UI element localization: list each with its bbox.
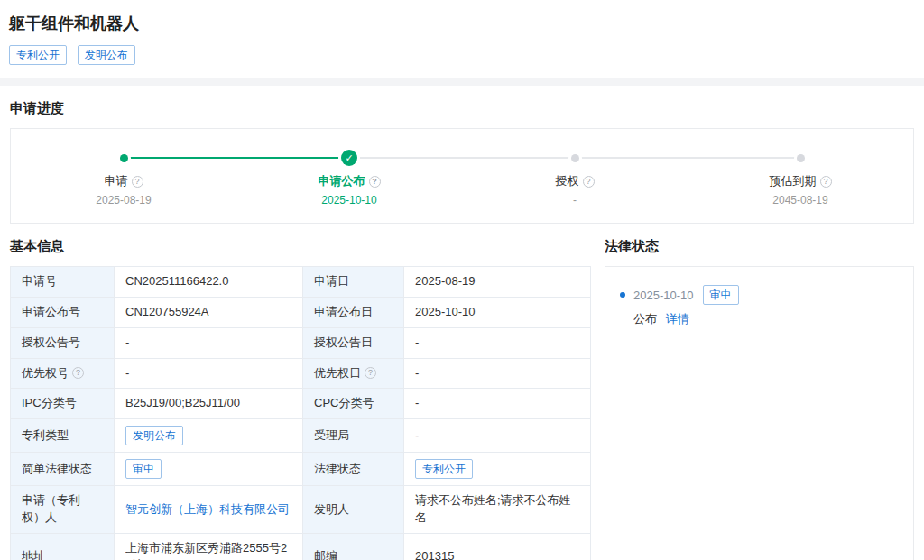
- field-value: 审中: [115, 453, 303, 486]
- step-label: 授权: [556, 173, 579, 189]
- field-value: 2025-10-10: [404, 297, 591, 327]
- step-label: 申请公布: [319, 173, 365, 189]
- field-value: -: [404, 327, 591, 358]
- field-label: 法律状态: [303, 453, 404, 486]
- step-check-icon: ✓: [341, 150, 357, 166]
- legal-status-detail-link[interactable]: 详情: [666, 312, 689, 326]
- content-columns: 基本信息 申请号 CN202511166422.0 申请日 2025-08-19…: [0, 224, 924, 560]
- simple-legal-status-tag: 审中: [125, 459, 162, 479]
- basic-info-section: 基本信息 申请号 CN202511166422.0 申请日 2025-08-19…: [10, 224, 590, 560]
- help-icon[interactable]: ?: [72, 367, 84, 379]
- field-label: 邮编: [303, 533, 404, 560]
- field-label: 简单法律状态: [11, 453, 115, 486]
- table-row: 简单法律状态 审中 法律状态 专利公开: [11, 453, 591, 486]
- table-row: 地址 上海市浦东新区秀浦路2555号29幢8层 邮编 201315: [11, 533, 591, 560]
- step-date: 2045-08-19: [688, 194, 913, 207]
- field-value: -: [404, 389, 591, 419]
- legal-status-item-tag: 审中: [703, 285, 739, 305]
- field-label: 地址: [11, 533, 115, 560]
- field-value: 发明公布: [115, 419, 303, 453]
- field-value: -: [404, 419, 591, 453]
- legal-status-item: 2025-10-10 审中 公布 详情: [620, 285, 899, 327]
- field-value: B25J19/00;B25J11/00: [115, 389, 303, 419]
- header-tags: 专利公开 发明公布: [9, 45, 913, 65]
- field-label: 申请号: [11, 267, 115, 298]
- table-row: 专利类型 发明公布 受理局 -: [11, 419, 591, 453]
- legal-status-action: 公布: [633, 312, 657, 326]
- help-icon[interactable]: ?: [132, 176, 143, 188]
- progress-heading: 申请进度: [10, 100, 914, 117]
- field-label: 受理局: [303, 419, 404, 453]
- field-value: CN120755924A: [115, 297, 303, 327]
- field-value: 智元创新（上海）科技有限公司: [115, 486, 303, 534]
- legal-status-tag: 专利公开: [415, 459, 473, 479]
- patent-open-tag: 专利公开: [9, 45, 67, 65]
- section-divider: [0, 78, 924, 86]
- help-icon[interactable]: ?: [583, 176, 595, 188]
- field-label: 发明人: [303, 486, 404, 534]
- timeline: 申请 ? 2025-08-19 ✓ 申请公布 ? 2025-10-10: [11, 151, 913, 207]
- timeline-step-grant: 授权 ? -: [462, 151, 688, 207]
- field-value: -: [115, 358, 303, 389]
- table-row: 优先权号? - 优先权日? -: [11, 358, 591, 389]
- field-label: 优先权日?: [303, 358, 404, 389]
- help-icon[interactable]: ?: [820, 176, 832, 188]
- timeline-step-apply: 申请 ? 2025-08-19: [11, 151, 236, 207]
- patent-detail-page: 躯干组件和机器人 专利公开 发明公布 申请进度 申请 ? 2025-08-19: [0, 0, 924, 560]
- timeline-step-publication: ✓ 申请公布 ? 2025-10-10: [236, 151, 462, 207]
- basic-info-table: 申请号 CN202511166422.0 申请日 2025-08-19 申请公布…: [10, 266, 591, 560]
- step-label: 预估到期: [770, 173, 817, 189]
- field-value: -: [115, 327, 303, 358]
- step-dot-pending-icon: [571, 154, 579, 162]
- field-label: 授权公告号: [11, 327, 115, 358]
- timeline-step-estimated-expiry: 预估到期 ? 2045-08-19: [688, 151, 913, 207]
- table-row: 申请（专利权）人 智元创新（上海）科技有限公司 发明人 请求不公布姓名;请求不公…: [11, 486, 591, 534]
- page-title: 躯干组件和机器人: [9, 13, 913, 34]
- table-row: IPC分类号 B25J19/00;B25J11/00 CPC分类号 -: [11, 389, 591, 419]
- field-value: CN202511166422.0: [115, 267, 303, 298]
- step-label: 申请: [105, 173, 128, 189]
- field-label: 优先权号?: [11, 358, 115, 389]
- table-row: 授权公告号 - 授权公告日 -: [11, 327, 591, 358]
- field-label: 专利类型: [11, 419, 115, 453]
- legal-status-section: 法律状态 2025-10-10 审中 公布 详情: [605, 224, 914, 560]
- table-row: 申请号 CN202511166422.0 申请日 2025-08-19: [11, 267, 591, 298]
- field-label: IPC分类号: [11, 389, 115, 419]
- applicant-link[interactable]: 智元创新（上海）科技有限公司: [125, 502, 290, 516]
- field-label: 申请日: [303, 267, 404, 298]
- step-dot-done-icon: [120, 154, 128, 162]
- legal-status-heading: 法律状态: [605, 238, 914, 255]
- page-header: 躯干组件和机器人 专利公开 发明公布: [0, 0, 924, 65]
- progress-section: 申请进度 申请 ? 2025-08-19 ✓ 申请公布: [0, 100, 924, 224]
- field-value: 专利公开: [404, 453, 591, 486]
- step-dot-pending-icon: [797, 154, 805, 162]
- field-value: 2025-08-19: [404, 267, 591, 298]
- field-label: CPC分类号: [303, 389, 404, 419]
- legal-status-date: 2025-10-10: [633, 289, 694, 302]
- step-date: 2025-10-10: [236, 194, 462, 207]
- field-label: 申请公布日: [303, 297, 404, 327]
- field-value: 201315: [404, 533, 591, 560]
- step-date: 2025-08-19: [11, 194, 236, 207]
- invention-publication-tag: 发明公布: [78, 45, 135, 65]
- patent-type-tag: 发明公布: [125, 426, 183, 445]
- step-date: -: [462, 194, 688, 207]
- field-label: 申请（专利权）人: [11, 486, 115, 534]
- table-row: 申请公布号 CN120755924A 申请公布日 2025-10-10: [11, 297, 591, 327]
- bullet-icon: [620, 292, 625, 298]
- field-value: 上海市浦东新区秀浦路2555号29幢8层: [115, 533, 303, 560]
- timeline-box: 申请 ? 2025-08-19 ✓ 申请公布 ? 2025-10-10: [10, 128, 914, 224]
- field-value: 请求不公布姓名;请求不公布姓名: [404, 486, 591, 534]
- help-icon[interactable]: ?: [365, 367, 376, 379]
- field-value: -: [404, 358, 591, 389]
- field-label: 授权公告日: [303, 327, 404, 358]
- basic-info-heading: 基本信息: [10, 238, 590, 255]
- field-label: 申请公布号: [11, 297, 115, 327]
- help-icon[interactable]: ?: [369, 176, 381, 188]
- legal-status-box: 2025-10-10 审中 公布 详情: [605, 266, 914, 560]
